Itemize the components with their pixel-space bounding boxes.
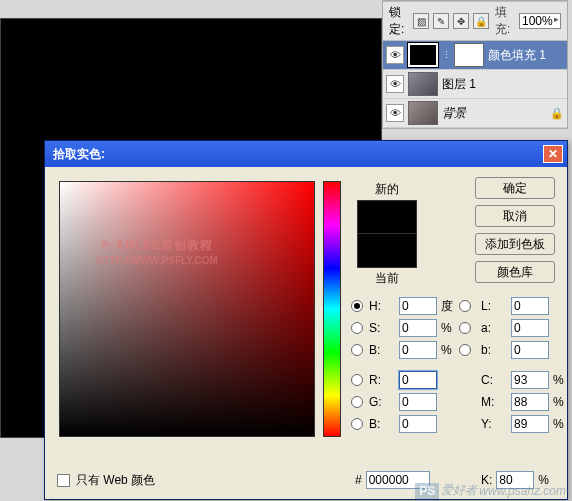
unit-m: %: [553, 395, 569, 409]
current-color-swatch: [357, 234, 417, 268]
radio-h[interactable]: [351, 300, 363, 312]
watermark-line1: ®-ARLEE原创教程: [96, 238, 218, 254]
fill-label: 填充:: [495, 4, 513, 38]
color-field[interactable]: ®-ARLEE原创教程 HTTP://WWW.PSFLY.COM: [59, 181, 315, 437]
radio-r[interactable]: [351, 374, 363, 386]
lock-move-icon[interactable]: ✥: [453, 13, 469, 29]
color-picker-dialog: 拾取实色: ✕ ®-ARLEE原创教程 HTTP://WWW.PSFLY.COM…: [44, 140, 568, 500]
layer-name[interactable]: 颜色填充 1: [488, 47, 564, 64]
label-c: C:: [481, 373, 509, 387]
label-y: Y:: [481, 417, 509, 431]
site-watermark-ps: PS: [415, 483, 439, 499]
layer-thumbnail[interactable]: [408, 101, 438, 125]
input-s[interactable]: [399, 319, 437, 337]
label-l: L:: [481, 299, 509, 313]
dialog-title: 拾取实色:: [53, 146, 105, 163]
unit-h: 度: [441, 298, 457, 315]
unit-c: %: [553, 373, 569, 387]
layer-mask-thumbnail[interactable]: [454, 43, 484, 67]
site-watermark-text: 爱好者: [441, 482, 477, 499]
visibility-toggle[interactable]: 👁: [386, 104, 404, 122]
dialog-body: ®-ARLEE原创教程 HTTP://WWW.PSFLY.COM 新的 当前 确…: [45, 167, 567, 499]
input-b[interactable]: [511, 341, 549, 359]
unit-y: %: [553, 417, 569, 431]
radio-g[interactable]: [351, 396, 363, 408]
dialog-titlebar[interactable]: 拾取实色: ✕: [45, 141, 567, 167]
hue-slider[interactable]: [323, 181, 341, 437]
new-label: 新的: [357, 181, 417, 198]
color-values-grid: H:度 L: S:% a: B:% b: R: C:% G: M:% B: Y:…: [351, 297, 569, 433]
link-icon: ⋮: [442, 50, 450, 60]
input-l[interactable]: [511, 297, 549, 315]
input-c[interactable]: [511, 371, 549, 389]
layer-row-layer1[interactable]: 👁 图层 1: [383, 70, 567, 99]
site-watermark: PS 爱好者 www.psahz.com: [415, 482, 566, 499]
layer-thumbnail[interactable]: [408, 43, 438, 67]
label-bv: B:: [369, 343, 397, 357]
radio-s[interactable]: [351, 322, 363, 334]
fill-value-input[interactable]: 100%: [519, 13, 561, 29]
label-b: b:: [481, 343, 509, 357]
label-g: G:: [369, 395, 397, 409]
visibility-toggle[interactable]: 👁: [386, 46, 404, 64]
input-bc[interactable]: [399, 415, 437, 433]
visibility-toggle[interactable]: 👁: [386, 75, 404, 93]
input-g[interactable]: [399, 393, 437, 411]
current-label: 当前: [357, 270, 417, 287]
color-libraries-button[interactable]: 颜色库: [475, 261, 555, 283]
radio-bc[interactable]: [351, 418, 363, 430]
lock-icons: ▨ ✎ ✥ 🔒: [413, 13, 489, 29]
input-m[interactable]: [511, 393, 549, 411]
lock-brush-icon[interactable]: ✎: [433, 13, 449, 29]
close-button[interactable]: ✕: [543, 145, 563, 163]
lock-label: 锁定:: [389, 4, 407, 38]
ok-button[interactable]: 确定: [475, 177, 555, 199]
label-h: H:: [369, 299, 397, 313]
lock-icon: 🔒: [550, 107, 564, 120]
label-s: S:: [369, 321, 397, 335]
label-bc: B:: [369, 417, 397, 431]
watermark-line2: HTTP://WWW.PSFLY.COM: [96, 254, 218, 267]
input-bv[interactable]: [399, 341, 437, 359]
layer-row-background[interactable]: 👁 背景 🔒: [383, 99, 567, 128]
radio-l[interactable]: [459, 300, 471, 312]
input-y[interactable]: [511, 415, 549, 433]
layers-lock-row: 锁定: ▨ ✎ ✥ 🔒 填充: 100%: [383, 1, 567, 41]
layer-thumbnail[interactable]: [408, 72, 438, 96]
layer-name[interactable]: 图层 1: [442, 76, 564, 93]
input-r[interactable]: [399, 371, 437, 389]
site-watermark-url: www.psahz.com: [479, 484, 566, 498]
label-m: M:: [481, 395, 509, 409]
dialog-buttons: 确定 取消 添加到色板 颜色库: [475, 177, 555, 283]
unit-s: %: [441, 321, 457, 335]
input-a[interactable]: [511, 319, 549, 337]
label-a: a:: [481, 321, 509, 335]
input-h[interactable]: [399, 297, 437, 315]
watermark: ®-ARLEE原创教程 HTTP://WWW.PSFLY.COM: [96, 238, 218, 267]
lock-all-icon[interactable]: 🔒: [473, 13, 489, 29]
layers-panel: 锁定: ▨ ✎ ✥ 🔒 填充: 100% 👁 ⋮ 颜色填充 1 👁 图层 1 👁…: [382, 0, 568, 129]
unit-bv: %: [441, 343, 457, 357]
lock-transparent-icon[interactable]: ▨: [413, 13, 429, 29]
web-only-checkbox[interactable]: [57, 474, 70, 487]
web-only-label: 只有 Web 颜色: [76, 472, 155, 489]
radio-b[interactable]: [459, 344, 471, 356]
radio-bv[interactable]: [351, 344, 363, 356]
layer-row-color-fill[interactable]: 👁 ⋮ 颜色填充 1: [383, 41, 567, 70]
new-color-swatch: [357, 200, 417, 234]
layer-name[interactable]: 背景: [442, 105, 546, 122]
label-r: R:: [369, 373, 397, 387]
cancel-button[interactable]: 取消: [475, 205, 555, 227]
add-swatch-button[interactable]: 添加到色板: [475, 233, 555, 255]
hex-label: #: [355, 473, 362, 487]
web-only-row: 只有 Web 颜色: [57, 472, 155, 489]
radio-a[interactable]: [459, 322, 471, 334]
